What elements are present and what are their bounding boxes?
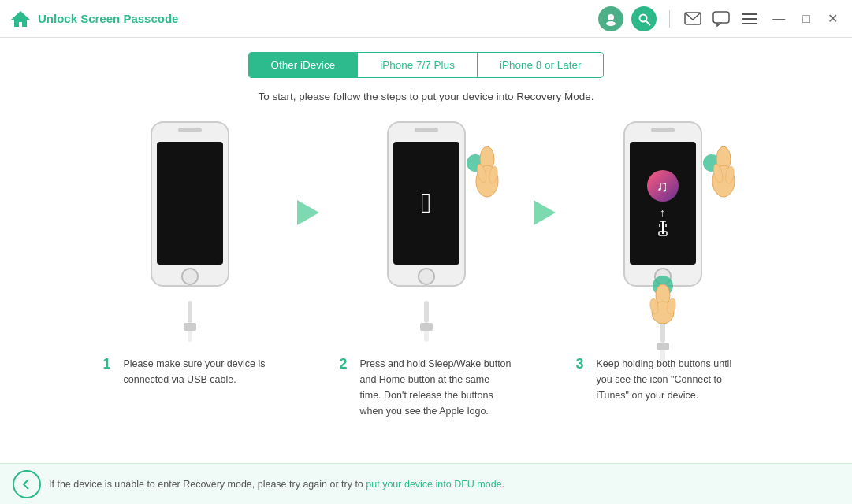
step-2-number: 2 [340, 356, 354, 372]
step-3-description: Keep holding both buttons until you see … [597, 356, 750, 403]
mail-icon[interactable] [683, 9, 703, 29]
device-tab-bar: Other iDevice iPhone 7/7 Plus iPhone 8 o… [248, 52, 605, 78]
step-2-col:  [332, 121, 521, 419]
phone-screen-2:  [393, 142, 459, 265]
footer-message: If the device is unable to enter Recover… [49, 479, 504, 490]
step-2-text: 2 Press and hold Sleep/Wake button and H… [340, 356, 513, 419]
side-btn-right-2 [465, 154, 466, 172]
title-highlight: Passcode [120, 12, 178, 25]
tab-iphone77[interactable]: iPhone 7/7 Plus [358, 53, 478, 77]
svg-rect-6 [713, 12, 729, 23]
side-btn-left-3 [623, 154, 624, 172]
minimize-button[interactable]: — [768, 10, 790, 28]
tab-iphone8[interactable]: iPhone 8 or Later [478, 53, 604, 77]
svg-line-4 [646, 21, 650, 25]
finger-bottom-3 [643, 281, 683, 328]
back-button[interactable] [13, 470, 41, 498]
phone-notch-3 [651, 128, 675, 132]
step-arrow-2 [534, 200, 556, 225]
footer-text-end: . [502, 479, 504, 490]
step-3-text: 3 Keep holding both buttons until you se… [576, 356, 750, 403]
side-btn-left-1 [151, 154, 151, 172]
footer-bar: If the device is unable to enter Recover… [0, 463, 852, 504]
phone-body-3: ♫ ↑ [623, 121, 702, 287]
arrow-1 [285, 121, 332, 225]
footer-text-before: If the device is unable to enter Recover… [49, 479, 366, 490]
title-bar: Unlock Screen Passcode — □ ✕ [0, 0, 852, 38]
step-1-description: Please make sure your device is connecte… [124, 356, 277, 387]
step-3-col: ♫ ↑ [568, 121, 757, 403]
step-1-text: 1 Please make sure your device is connec… [103, 356, 277, 387]
title-bar-actions: — □ ✕ [598, 6, 843, 32]
step-3-number: 3 [576, 356, 590, 372]
user-icon-btn[interactable] [598, 6, 623, 32]
tab-other-idevice[interactable]: Other iDevice [249, 53, 359, 77]
side-btn-right-3 [701, 154, 702, 172]
close-button[interactable]: ✕ [823, 9, 843, 28]
title-text: Unlock Screen [38, 12, 120, 25]
arrow-2 [521, 121, 568, 225]
phone-notch-1 [178, 128, 202, 132]
step-arrow-1 [297, 200, 319, 225]
phone-notch-2 [415, 128, 438, 132]
itunes-icon-3: ♫ [647, 170, 679, 202]
phone-screen-1 [157, 142, 223, 265]
finger-right-2 [470, 143, 509, 206]
footer-dfu-link[interactable]: put your device into DFU mode [366, 479, 501, 490]
separator [669, 10, 670, 28]
maximize-button[interactable]: □ [798, 10, 815, 28]
svg-point-1 [608, 14, 614, 20]
phone-screen-3: ♫ ↑ [630, 142, 696, 265]
svg-point-2 [606, 21, 616, 26]
step-1-col: 1 Please make sure your device is connec… [95, 121, 285, 387]
search-icon-btn[interactable] [631, 6, 657, 32]
chat-icon[interactable] [711, 9, 731, 29]
steps-illustration-row: 1 Please make sure your device is connec… [95, 121, 757, 419]
step-3-phone: ♫ ↑ [612, 121, 714, 310]
step-2-description: Press and hold Sleep/Wake button and Hom… [360, 356, 513, 419]
side-btn-left-2 [387, 154, 388, 172]
home-button-2 [418, 268, 435, 285]
step-1-phone [139, 121, 241, 310]
svg-marker-0 [11, 11, 30, 27]
finger-right-3 [706, 143, 746, 206]
instructions-subtitle: To start, please follow the steps to put… [258, 91, 593, 102]
apple-logo-icon:  [421, 187, 431, 220]
step-2-phone:  [375, 121, 478, 310]
step-1-number: 1 [103, 356, 117, 372]
app-title: Unlock Screen Passcode [38, 12, 598, 25]
phone-body-1 [151, 121, 229, 287]
phone-body-2:  [387, 121, 466, 287]
side-btn-right-1 [229, 154, 229, 172]
home-button-1 [181, 268, 199, 285]
home-icon [9, 8, 32, 30]
menu-icon[interactable] [739, 9, 760, 29]
main-content: Other iDevice iPhone 7/7 Plus iPhone 8 o… [0, 38, 852, 435]
svg-point-3 [640, 14, 647, 21]
